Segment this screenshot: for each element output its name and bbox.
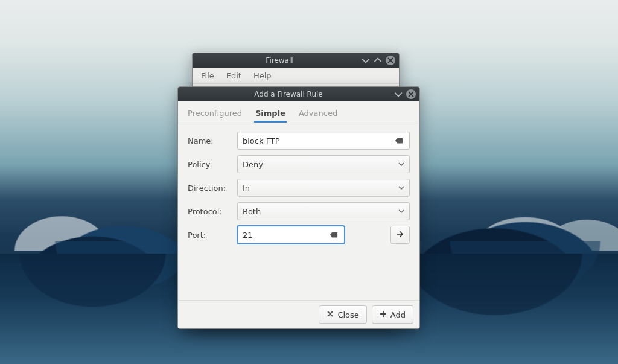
chevron-down-icon bbox=[398, 184, 404, 193]
dialog-buttonbar: Close Add bbox=[178, 300, 419, 328]
add-rule-title: Add a Firewall Rule bbox=[183, 90, 394, 98]
label-name: Name: bbox=[188, 136, 231, 145]
direction-select[interactable]: In bbox=[237, 179, 410, 197]
clear-icon[interactable] bbox=[393, 135, 404, 146]
collapse-icon[interactable] bbox=[394, 90, 403, 98]
firewall-titlebar[interactable]: Firewall bbox=[193, 53, 399, 68]
arrow-right-icon bbox=[396, 230, 404, 240]
menu-file[interactable]: File bbox=[196, 69, 219, 82]
add-button-label: Add bbox=[390, 310, 406, 319]
label-policy: Policy: bbox=[188, 160, 231, 169]
port-field[interactable] bbox=[237, 226, 345, 244]
plus-icon bbox=[380, 310, 387, 319]
close-icon[interactable] bbox=[386, 56, 395, 65]
x-icon bbox=[327, 310, 334, 319]
add-button[interactable]: Add bbox=[372, 305, 413, 324]
firewall-window-title: Firewall bbox=[197, 56, 362, 65]
label-port: Port: bbox=[188, 231, 231, 240]
minimize-icon[interactable] bbox=[362, 56, 370, 65]
close-button[interactable]: Close bbox=[319, 305, 366, 324]
close-button-label: Close bbox=[337, 310, 358, 319]
port-input[interactable] bbox=[243, 231, 328, 240]
add-rule-titlebar[interactable]: Add a Firewall Rule bbox=[178, 87, 419, 101]
menu-help[interactable]: Help bbox=[249, 69, 276, 82]
policy-value: Deny bbox=[243, 160, 263, 169]
clear-icon[interactable] bbox=[328, 229, 339, 240]
menu-edit[interactable]: Edit bbox=[221, 69, 246, 82]
direction-value: In bbox=[243, 184, 250, 193]
add-rule-dialog: Add a Firewall Rule Preconfigured Simple… bbox=[177, 86, 420, 329]
close-icon[interactable] bbox=[406, 89, 416, 99]
rule-tabs: Preconfigured Simple Advanced bbox=[178, 101, 419, 123]
tab-preconfigured[interactable]: Preconfigured bbox=[186, 106, 243, 123]
protocol-select[interactable]: Both bbox=[237, 202, 410, 220]
firewall-menubar: File Edit Help bbox=[193, 68, 399, 84]
maximize-icon[interactable] bbox=[374, 56, 382, 65]
tab-advanced[interactable]: Advanced bbox=[298, 106, 339, 123]
chevron-down-icon bbox=[398, 160, 404, 169]
name-field[interactable] bbox=[237, 132, 410, 150]
protocol-value: Both bbox=[243, 207, 261, 216]
chevron-down-icon bbox=[398, 207, 404, 216]
policy-select[interactable]: Deny bbox=[237, 155, 410, 173]
tab-simple[interactable]: Simple bbox=[254, 106, 287, 123]
label-direction: Direction: bbox=[188, 184, 231, 193]
name-input[interactable] bbox=[243, 136, 393, 145]
label-protocol: Protocol: bbox=[188, 207, 231, 216]
port-go-button[interactable] bbox=[390, 226, 410, 244]
rule-form: Name: Policy: Deny Direction: In bbox=[178, 123, 419, 249]
